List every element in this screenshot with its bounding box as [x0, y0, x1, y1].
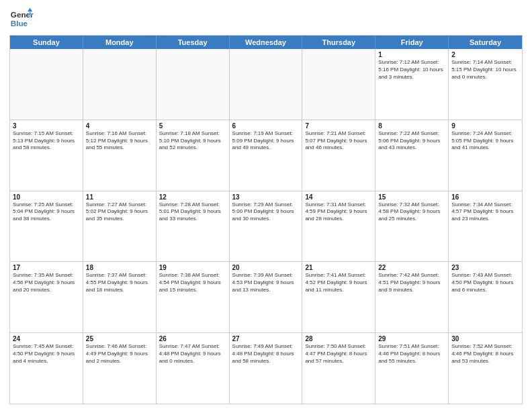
- week-row-1: 3Sunrise: 7:15 AM Sunset: 5:13 PM Daylig…: [10, 120, 522, 191]
- header-day-saturday: Saturday: [449, 36, 522, 49]
- day-cell-1: 1Sunrise: 7:12 AM Sunset: 5:16 PM Daylig…: [375, 49, 449, 120]
- day-cell-10: 10Sunrise: 7:25 AM Sunset: 5:04 PM Dayli…: [10, 191, 83, 262]
- day-number: 18: [86, 264, 153, 271]
- day-cell-16: 16Sunrise: 7:34 AM Sunset: 4:57 PM Dayli…: [449, 191, 522, 262]
- day-info: Sunrise: 7:35 AM Sunset: 4:56 PM Dayligh…: [13, 272, 80, 293]
- day-info: Sunrise: 7:52 AM Sunset: 4:46 PM Dayligh…: [451, 343, 519, 365]
- page: General Blue SundayMondayTuesdayWednesda…: [0, 0, 532, 411]
- day-number: 5: [159, 122, 226, 130]
- day-cell-25: 25Sunrise: 7:46 AM Sunset: 4:49 PM Dayli…: [83, 333, 157, 404]
- day-number: 27: [232, 335, 300, 342]
- day-info: Sunrise: 7:43 AM Sunset: 4:50 PM Dayligh…: [451, 272, 519, 293]
- day-number: 21: [305, 264, 372, 271]
- calendar-header-row: SundayMondayTuesdayWednesdayThursdayFrid…: [10, 36, 522, 49]
- day-cell-19: 19Sunrise: 7:38 AM Sunset: 4:54 PM Dayli…: [157, 262, 230, 332]
- header-day-wednesday: Wednesday: [230, 36, 303, 49]
- day-info: Sunrise: 7:49 AM Sunset: 4:48 PM Dayligh…: [232, 343, 300, 365]
- day-cell-7: 7Sunrise: 7:21 AM Sunset: 5:07 PM Daylig…: [302, 120, 375, 191]
- day-cell-4: 4Sunrise: 7:16 AM Sunset: 5:12 PM Daylig…: [83, 120, 157, 191]
- day-info: Sunrise: 7:46 AM Sunset: 4:49 PM Dayligh…: [86, 343, 153, 365]
- day-cell-28: 28Sunrise: 7:50 AM Sunset: 4:47 PM Dayli…: [302, 333, 375, 404]
- day-number: 30: [451, 335, 519, 342]
- empty-cell-0-0: [10, 49, 83, 120]
- day-cell-27: 27Sunrise: 7:49 AM Sunset: 4:48 PM Dayli…: [230, 333, 303, 404]
- day-number: 12: [159, 193, 226, 201]
- day-info: Sunrise: 7:47 AM Sunset: 4:48 PM Dayligh…: [159, 343, 226, 365]
- day-number: 22: [378, 264, 445, 271]
- day-info: Sunrise: 7:51 AM Sunset: 4:46 PM Dayligh…: [378, 343, 445, 365]
- header-day-sunday: Sunday: [10, 36, 83, 49]
- day-cell-23: 23Sunrise: 7:43 AM Sunset: 4:50 PM Dayli…: [449, 262, 522, 332]
- day-number: 19: [159, 264, 226, 271]
- day-cell-5: 5Sunrise: 7:18 AM Sunset: 5:10 PM Daylig…: [157, 120, 230, 191]
- day-number: 11: [86, 193, 153, 201]
- day-info: Sunrise: 7:15 AM Sunset: 5:13 PM Dayligh…: [13, 130, 80, 152]
- day-info: Sunrise: 7:18 AM Sunset: 5:10 PM Dayligh…: [159, 130, 226, 152]
- day-number: 26: [159, 335, 226, 342]
- day-info: Sunrise: 7:25 AM Sunset: 5:04 PM Dayligh…: [13, 201, 80, 223]
- day-info: Sunrise: 7:50 AM Sunset: 4:47 PM Dayligh…: [305, 343, 372, 365]
- day-number: 3: [13, 122, 80, 130]
- day-cell-21: 21Sunrise: 7:41 AM Sunset: 4:52 PM Dayli…: [302, 262, 375, 332]
- day-number: 13: [232, 193, 300, 201]
- day-cell-18: 18Sunrise: 7:37 AM Sunset: 4:55 PM Dayli…: [83, 262, 157, 332]
- day-number: 24: [13, 335, 80, 342]
- logo: General Blue: [9, 7, 34, 31]
- day-info: Sunrise: 7:45 AM Sunset: 4:50 PM Dayligh…: [13, 343, 80, 365]
- day-cell-22: 22Sunrise: 7:42 AM Sunset: 4:51 PM Dayli…: [375, 262, 449, 332]
- day-cell-8: 8Sunrise: 7:22 AM Sunset: 5:06 PM Daylig…: [375, 120, 449, 191]
- day-number: 8: [378, 122, 445, 130]
- week-row-2: 10Sunrise: 7:25 AM Sunset: 5:04 PM Dayli…: [10, 191, 522, 263]
- header: General Blue: [9, 7, 523, 31]
- day-number: 23: [451, 264, 519, 271]
- day-info: Sunrise: 7:41 AM Sunset: 4:52 PM Dayligh…: [305, 272, 372, 293]
- day-cell-13: 13Sunrise: 7:29 AM Sunset: 5:00 PM Dayli…: [230, 191, 303, 262]
- day-number: 1: [378, 51, 445, 58]
- day-info: Sunrise: 7:31 AM Sunset: 4:59 PM Dayligh…: [305, 201, 372, 223]
- day-number: 6: [232, 122, 300, 130]
- day-info: Sunrise: 7:19 AM Sunset: 5:09 PM Dayligh…: [232, 130, 300, 152]
- week-row-4: 24Sunrise: 7:45 AM Sunset: 4:50 PM Dayli…: [10, 333, 522, 404]
- day-number: 28: [305, 335, 372, 342]
- day-number: 20: [232, 264, 300, 271]
- day-number: 25: [86, 335, 153, 342]
- week-row-0: 1Sunrise: 7:12 AM Sunset: 5:16 PM Daylig…: [10, 49, 522, 120]
- week-row-3: 17Sunrise: 7:35 AM Sunset: 4:56 PM Dayli…: [10, 262, 522, 333]
- day-info: Sunrise: 7:16 AM Sunset: 5:12 PM Dayligh…: [86, 130, 153, 152]
- day-number: 29: [378, 335, 445, 342]
- empty-cell-0-4: [302, 49, 375, 120]
- day-info: Sunrise: 7:12 AM Sunset: 5:16 PM Dayligh…: [378, 59, 445, 81]
- day-cell-6: 6Sunrise: 7:19 AM Sunset: 5:09 PM Daylig…: [230, 120, 303, 191]
- day-info: Sunrise: 7:29 AM Sunset: 5:00 PM Dayligh…: [232, 201, 300, 223]
- day-number: 15: [378, 193, 445, 201]
- day-number: 2: [451, 51, 519, 58]
- day-info: Sunrise: 7:38 AM Sunset: 4:54 PM Dayligh…: [159, 272, 226, 293]
- calendar: SundayMondayTuesdayWednesdayThursdayFrid…: [9, 35, 523, 404]
- day-cell-17: 17Sunrise: 7:35 AM Sunset: 4:56 PM Dayli…: [10, 262, 83, 332]
- header-day-friday: Friday: [375, 36, 449, 49]
- day-cell-3: 3Sunrise: 7:15 AM Sunset: 5:13 PM Daylig…: [10, 120, 83, 191]
- day-cell-11: 11Sunrise: 7:27 AM Sunset: 5:02 PM Dayli…: [83, 191, 157, 262]
- day-number: 14: [305, 193, 372, 201]
- empty-cell-0-3: [230, 49, 303, 120]
- day-info: Sunrise: 7:14 AM Sunset: 5:15 PM Dayligh…: [451, 59, 519, 81]
- day-number: 16: [451, 193, 519, 201]
- day-info: Sunrise: 7:42 AM Sunset: 4:51 PM Dayligh…: [378, 272, 445, 293]
- day-cell-26: 26Sunrise: 7:47 AM Sunset: 4:48 PM Dayli…: [157, 333, 230, 404]
- empty-cell-0-1: [83, 49, 157, 120]
- day-cell-24: 24Sunrise: 7:45 AM Sunset: 4:50 PM Dayli…: [10, 333, 83, 404]
- day-cell-15: 15Sunrise: 7:32 AM Sunset: 4:58 PM Dayli…: [375, 191, 449, 262]
- day-info: Sunrise: 7:34 AM Sunset: 4:57 PM Dayligh…: [451, 201, 519, 223]
- day-info: Sunrise: 7:32 AM Sunset: 4:58 PM Dayligh…: [378, 201, 445, 223]
- calendar-body: 1Sunrise: 7:12 AM Sunset: 5:16 PM Daylig…: [10, 49, 522, 404]
- header-day-tuesday: Tuesday: [157, 36, 230, 49]
- day-cell-14: 14Sunrise: 7:31 AM Sunset: 4:59 PM Dayli…: [302, 191, 375, 262]
- day-info: Sunrise: 7:22 AM Sunset: 5:06 PM Dayligh…: [378, 130, 445, 152]
- day-number: 9: [451, 122, 519, 130]
- day-number: 7: [305, 122, 372, 130]
- empty-cell-0-2: [157, 49, 230, 120]
- day-number: 10: [13, 193, 80, 201]
- day-cell-12: 12Sunrise: 7:28 AM Sunset: 5:01 PM Dayli…: [157, 191, 230, 262]
- day-cell-29: 29Sunrise: 7:51 AM Sunset: 4:46 PM Dayli…: [375, 333, 449, 404]
- svg-text:Blue: Blue: [11, 19, 28, 28]
